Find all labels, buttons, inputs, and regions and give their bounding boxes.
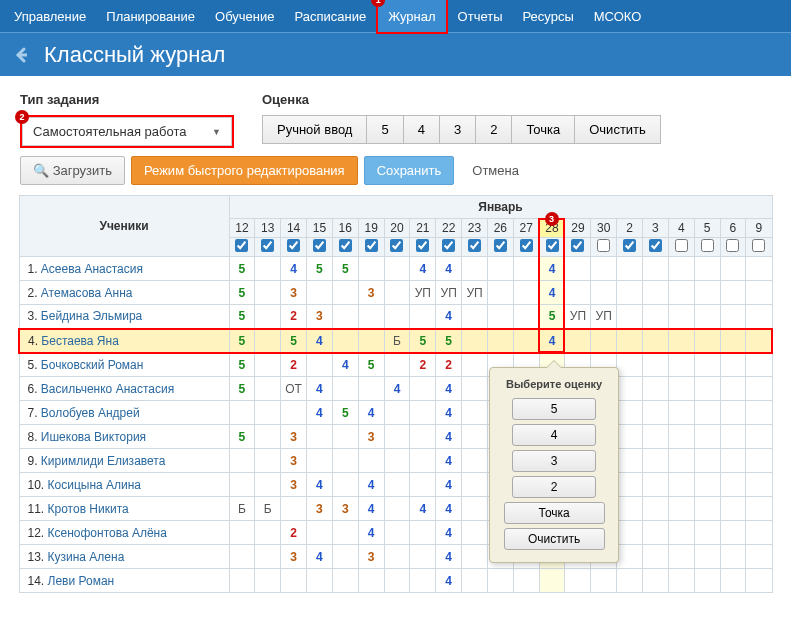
grade-cell[interactable] xyxy=(255,521,281,545)
grade-cell[interactable] xyxy=(694,449,720,473)
grade-cell[interactable] xyxy=(617,473,643,497)
day-header[interactable]: 2 xyxy=(617,219,643,238)
assignment-type-select[interactable]: Самостоятельная работа xyxy=(22,117,232,146)
grade-cell[interactable] xyxy=(746,521,772,545)
grade-btn-3[interactable]: 3 xyxy=(439,115,476,144)
grade-btn-5[interactable]: Точка xyxy=(511,115,575,144)
student-name[interactable]: 4. Бестаева Яна xyxy=(19,329,229,353)
day-header[interactable]: 19 xyxy=(358,219,384,238)
day-header[interactable]: 23 xyxy=(462,219,488,238)
student-name[interactable]: 3. Бейдина Эльмира xyxy=(19,305,229,329)
grade-cell[interactable]: 2 xyxy=(281,521,307,545)
day-header[interactable]: 26 xyxy=(487,219,513,238)
student-name[interactable]: 10. Косицына Алина xyxy=(19,473,229,497)
day-checkbox[interactable] xyxy=(313,239,326,252)
grade-cell[interactable] xyxy=(410,449,436,473)
day-header[interactable]: 16 xyxy=(332,219,358,238)
grade-cell[interactable]: 4 xyxy=(436,401,462,425)
grade-cell[interactable] xyxy=(694,401,720,425)
grade-cell[interactable] xyxy=(307,449,333,473)
grade-cell[interactable] xyxy=(643,329,669,353)
grade-cell[interactable] xyxy=(462,425,488,449)
day-header[interactable]: 20 xyxy=(384,219,410,238)
grade-cell[interactable] xyxy=(358,257,384,281)
grade-cell[interactable]: УП xyxy=(565,305,591,329)
grade-cell[interactable] xyxy=(513,281,539,305)
day-header[interactable]: 13 xyxy=(255,219,281,238)
grade-cell[interactable] xyxy=(307,425,333,449)
grade-cell[interactable] xyxy=(694,257,720,281)
grade-cell[interactable] xyxy=(668,305,694,329)
grade-cell[interactable] xyxy=(384,425,410,449)
grade-cell[interactable] xyxy=(565,329,591,353)
grade-cell[interactable] xyxy=(720,569,746,593)
grade-btn-2[interactable]: 4 xyxy=(403,115,440,144)
grade-cell[interactable] xyxy=(255,257,281,281)
grade-cell[interactable] xyxy=(332,473,358,497)
grade-cell[interactable] xyxy=(617,305,643,329)
student-name[interactable]: 12. Ксенофонтова Алёна xyxy=(19,521,229,545)
grade-btn-4[interactable]: 2 xyxy=(475,115,512,144)
grade-cell[interactable]: 4 xyxy=(307,401,333,425)
grade-cell[interactable] xyxy=(720,449,746,473)
grade-cell[interactable] xyxy=(720,401,746,425)
grade-cell[interactable] xyxy=(617,353,643,377)
grade-cell[interactable] xyxy=(720,545,746,569)
grade-cell[interactable]: 4 xyxy=(358,401,384,425)
grade-cell[interactable] xyxy=(462,401,488,425)
grade-cell[interactable]: 3 xyxy=(281,425,307,449)
grade-cell[interactable] xyxy=(746,449,772,473)
grade-cell[interactable] xyxy=(720,377,746,401)
grade-cell[interactable] xyxy=(255,449,281,473)
grade-cell[interactable]: 3 xyxy=(358,425,384,449)
student-name[interactable]: 9. Киримлиди Елизавета xyxy=(19,449,229,473)
grade-cell[interactable] xyxy=(668,521,694,545)
grade-cell[interactable] xyxy=(668,377,694,401)
grade-cell[interactable]: 5 xyxy=(229,305,255,329)
grade-cell[interactable] xyxy=(746,545,772,569)
grade-cell[interactable] xyxy=(255,545,281,569)
grade-cell[interactable]: 2 xyxy=(436,353,462,377)
grade-cell[interactable] xyxy=(565,257,591,281)
grade-cell[interactable]: 5 xyxy=(281,329,307,353)
grade-cell[interactable] xyxy=(462,497,488,521)
grade-cell[interactable] xyxy=(591,569,617,593)
grade-cell[interactable] xyxy=(410,305,436,329)
student-name[interactable]: 8. Ишекова Виктория xyxy=(19,425,229,449)
grade-cell[interactable] xyxy=(358,569,384,593)
day-header[interactable]: 6 xyxy=(720,219,746,238)
grade-cell[interactable] xyxy=(384,401,410,425)
grade-cell[interactable] xyxy=(720,497,746,521)
grade-cell[interactable] xyxy=(384,521,410,545)
student-name[interactable]: 1. Асеева Анастасия xyxy=(19,257,229,281)
grade-cell[interactable] xyxy=(307,521,333,545)
grade-cell[interactable] xyxy=(255,569,281,593)
grade-cell[interactable]: Б xyxy=(255,497,281,521)
grade-cell[interactable] xyxy=(617,449,643,473)
day-header[interactable]: 4 xyxy=(668,219,694,238)
grade-cell[interactable] xyxy=(617,545,643,569)
grade-cell[interactable]: 4 xyxy=(410,257,436,281)
grade-cell[interactable] xyxy=(255,329,281,353)
grade-cell[interactable]: 4 xyxy=(307,377,333,401)
grade-cell[interactable] xyxy=(617,281,643,305)
day-checkbox[interactable] xyxy=(675,239,688,252)
nav-item-0[interactable]: Управление xyxy=(4,0,96,32)
grade-cell[interactable] xyxy=(668,497,694,521)
grade-cell[interactable] xyxy=(643,521,669,545)
popup-btn-1[interactable]: 4 xyxy=(512,424,596,446)
day-header[interactable]: 27 xyxy=(513,219,539,238)
grade-cell[interactable] xyxy=(643,473,669,497)
grade-cell[interactable] xyxy=(281,497,307,521)
day-checkbox[interactable] xyxy=(546,239,559,252)
grade-cell[interactable]: 5 xyxy=(332,401,358,425)
grade-cell[interactable] xyxy=(229,401,255,425)
grade-cell[interactable] xyxy=(746,257,772,281)
grade-cell[interactable] xyxy=(643,401,669,425)
grade-cell[interactable] xyxy=(462,329,488,353)
grade-cell[interactable] xyxy=(384,353,410,377)
day-checkbox[interactable] xyxy=(339,239,352,252)
grade-cell[interactable]: 5 xyxy=(332,257,358,281)
grade-cell[interactable] xyxy=(643,257,669,281)
grade-cell[interactable] xyxy=(694,329,720,353)
